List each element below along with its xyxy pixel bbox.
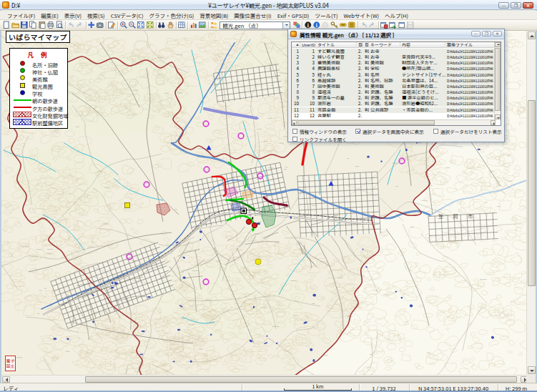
table-row-11[interactable]: 1111市民会館2.判公共施設・市民会館の...D:¥data1¥121108¥…	[292, 107, 501, 113]
table-vertical-scroll-thumb[interactable]	[495, 48, 501, 111]
cell-keyword: 史蹟、名勝	[369, 89, 400, 95]
cell-c2: 判	[363, 95, 369, 101]
legend-item: 夕方の散歩道	[10, 104, 67, 111]
table-row-12[interactable]: 1212井原駅2.D:¥data1¥121108¥121001研修	[292, 113, 501, 119]
cell-c2: 判	[363, 89, 369, 95]
open-file-button[interactable]	[11, 21, 20, 29]
graph-button[interactable]	[189, 21, 198, 29]
save-file-button[interactable]	[20, 21, 29, 29]
table-scroll-left-button[interactable]	[292, 120, 297, 125]
table-row-6[interactable]: 66高越城跡2.判名所、旧跡北条早雲は、14...D:¥data1¥121108…	[292, 78, 501, 84]
scroll-left-button[interactable]	[2, 376, 10, 383]
table-row-4[interactable]: 44興譲館高校2.判学校●所在/岡山県...D:¥data1¥121108¥12…	[292, 66, 501, 72]
menu-item-11[interactable]: Webサイト(W)	[340, 11, 382, 20]
table-row-8[interactable]: 88道祖渓2.判史蹟、名勝道祖渓(どうそけ...D:¥data1¥121108¥…	[292, 89, 501, 95]
table-scroll-up-button[interactable]	[495, 42, 501, 47]
checkbox-unchecked-icon[interactable]	[292, 137, 297, 142]
menu-item-10[interactable]: ツール(T)	[312, 11, 340, 20]
checkbox-label: 情報ウィンドウの表示	[300, 128, 347, 135]
column-header-5[interactable]: 登	[363, 42, 369, 48]
edit-button[interactable]	[107, 21, 116, 29]
cell-title: 興譲館高校	[316, 66, 357, 72]
zoom-in-button[interactable]	[119, 21, 128, 29]
menu-item-3[interactable]: 表示(V)	[61, 11, 84, 20]
table-scroll-right-button[interactable]	[491, 120, 496, 125]
fit-extent-button[interactable]	[137, 21, 145, 29]
add-data-button[interactable]	[87, 21, 96, 29]
menu-item-1[interactable]: ファイル(F)	[4, 11, 38, 20]
cell-c1: 2.	[357, 54, 363, 60]
layer-select-combo[interactable]: 観光.gen （点）	[220, 21, 290, 29]
checkbox-unchecked-icon[interactable]	[433, 129, 438, 134]
image-overlay-button[interactable]	[198, 21, 207, 29]
horizontal-scroll-thumb[interactable]	[85, 376, 517, 383]
toolbar-separator	[207, 21, 210, 29]
close-button[interactable]: ✕	[523, 2, 533, 9]
table-row-9[interactable]: 99那須与一の墓2.判史蹟、名勝■ 源平合戦のヒ...D:¥data1¥1211…	[292, 95, 501, 101]
toolbar-separator	[154, 21, 157, 29]
fit-layer-button[interactable]	[146, 21, 154, 29]
menu-item-4[interactable]: 検索(S)	[84, 11, 108, 20]
table-row-2[interactable]: 22嫁いらず観音2.判お寺奈良時代天平9...D:¥data1¥121108¥1…	[292, 54, 501, 60]
attribute-table-button[interactable]	[177, 21, 186, 29]
map-vertical-scrollbar[interactable]	[526, 31, 536, 375]
table-row-7[interactable]: 77田中美術館2.判美術館日本彫刻界の巨...D:¥data1¥121108¥1…	[292, 84, 501, 89]
dialog-minimize-button[interactable]: —	[471, 31, 481, 36]
column-header-3[interactable]: タイトル	[316, 42, 357, 48]
dialog-titlebar[interactable]: 属性情報 観光.gen （点） [ 11/12 選択 ] — ❐ ✕	[288, 29, 504, 39]
search-button[interactable]	[157, 21, 166, 29]
user-layer-button[interactable]	[210, 21, 218, 29]
legend-title: 凡 例	[10, 50, 67, 59]
scroll-up-button[interactable]	[528, 31, 536, 39]
checkbox-unchecked-icon[interactable]	[292, 129, 297, 134]
dialog-maximize-button[interactable]: ❐	[482, 31, 491, 36]
map-horizontal-scrollbar[interactable]	[1, 375, 529, 383]
column-header-4[interactable]: 登	[357, 42, 363, 48]
print-preview-button[interactable]	[55, 21, 64, 29]
dialog-close-button[interactable]: ✕	[493, 31, 502, 36]
table-row-5[interactable]: 55経ヶ丸2.判名所テントサイト(1サイ...D:¥data1¥121108¥1…	[292, 72, 501, 78]
menu-bar: ファイル(F)編集(E)表示(V)検索(S)CSVデータ(C)グラフ・色分け(G…	[0, 11, 537, 20]
cell-image: D:¥data1¥121108¥121001研修	[445, 89, 496, 95]
table-row-10[interactable]: 1010浪形岩2.判史蹟、名勝浪形岩●昭和62...D:¥data1¥12110…	[292, 101, 501, 107]
capture-button[interactable]	[96, 21, 104, 29]
column-header-7[interactable]: 内容	[400, 42, 445, 48]
print-button[interactable]	[46, 21, 55, 29]
combo-dropdown-icon[interactable]	[282, 22, 290, 29]
vertical-scroll-thumb[interactable]	[528, 100, 536, 286]
minimize-button[interactable]: —	[498, 2, 509, 9]
scroll-down-button[interactable]	[528, 366, 536, 374]
table-horizontal-scroll-thumb[interactable]	[297, 120, 435, 125]
cell-no: 4	[292, 66, 300, 72]
table-row-3[interactable]: 33華鴒美術館2.判美術館財団法人タカヤ...D:¥data1¥121108¥1…	[292, 60, 501, 66]
copy-button[interactable]	[29, 21, 37, 29]
table-horizontal-scrollbar[interactable]	[292, 119, 496, 125]
menu-item-2[interactable]: 編集(E)	[38, 11, 61, 20]
table-scroll-down-button[interactable]	[495, 114, 501, 119]
checkbox-checked-icon[interactable]	[355, 129, 360, 134]
column-header-2[interactable]: UserID	[300, 42, 316, 48]
menu-item-9[interactable]: Exif・GPS(D)	[275, 11, 312, 20]
new-file-button[interactable]	[2, 21, 11, 29]
menu-item-12[interactable]: ヘルプ(H)	[382, 11, 411, 20]
attribute-table[interactable]: UserIDタイトル登登キーワード内容画像ファイル 11すど観光農園2.判お寺D…	[291, 41, 501, 126]
table-row-1[interactable]: 11すど観光農園2.判お寺D:¥data1¥121108¥121001研修	[292, 49, 501, 54]
cell-keyword: 美術館	[369, 84, 400, 89]
column-header-1[interactable]	[292, 42, 300, 48]
zoom-out-button[interactable]	[128, 21, 137, 29]
maximize-button[interactable]: ❐	[511, 2, 521, 9]
menu-item-8[interactable]: 画像位置合せ(I)	[231, 11, 274, 20]
paste-button[interactable]	[38, 21, 46, 29]
menu-item-7[interactable]: 背景地図(B)	[197, 11, 231, 20]
table-vertical-scrollbar[interactable]	[494, 42, 501, 119]
table-header[interactable]: UserIDタイトル登登キーワード内容画像ファイル	[292, 42, 501, 48]
pan-button[interactable]	[166, 21, 174, 29]
legend-item: 朝の散歩道	[10, 97, 67, 104]
column-header-6[interactable]: キーワード	[369, 42, 400, 48]
cell-userid: 9	[300, 95, 316, 101]
menu-item-5[interactable]: CSVデータ(C)	[108, 11, 147, 20]
column-header-8[interactable]: 画像ファイル	[445, 42, 496, 48]
cell-keyword: 名所、旧跡	[369, 78, 400, 84]
cell-title: 井原駅	[316, 113, 357, 119]
menu-item-6[interactable]: グラフ・色分け(G)	[147, 11, 197, 20]
